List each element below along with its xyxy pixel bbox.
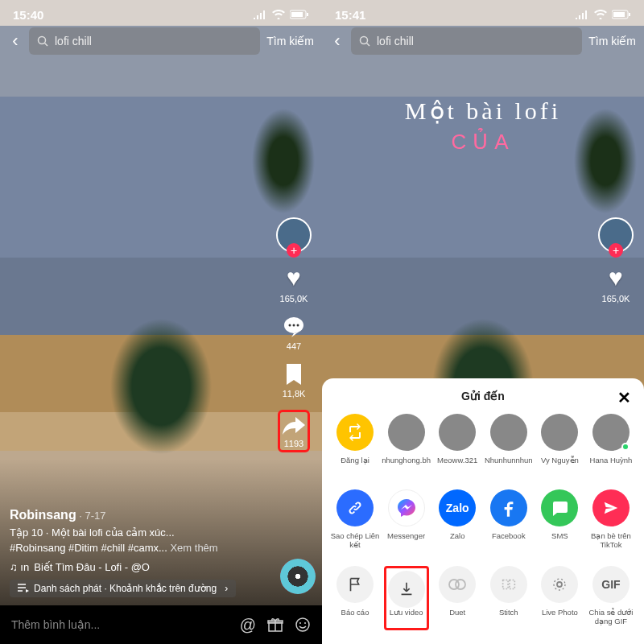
- like-button[interactable]: ♥ 165,0K: [280, 264, 308, 303]
- comment-icon: [282, 315, 306, 339]
- search-button[interactable]: Tìm kiếm: [266, 35, 314, 47]
- svg-point-6: [289, 324, 291, 327]
- share-contact-0[interactable]: Đăng lại: [330, 414, 380, 473]
- share-app-sms[interactable]: SMS: [535, 489, 584, 550]
- share-app-msgr[interactable]: Messenger: [382, 489, 431, 550]
- svg-point-14: [304, 622, 306, 624]
- share-app-zalo[interactable]: ZaloZalo: [432, 489, 482, 550]
- overlay-line2: CỦA: [322, 130, 644, 155]
- svg-rect-17: [629, 13, 630, 16]
- back-icon[interactable]: ‹: [8, 31, 23, 52]
- app-label: Messenger: [387, 531, 425, 549]
- share-contact-4[interactable]: Vy Nguyễn: [535, 414, 584, 473]
- share-contacts-row: Đăng lạinhunghong.bhMeoww.321Nhunhunnhun…: [327, 402, 639, 478]
- share-action-live[interactable]: Live Photo: [535, 566, 584, 630]
- svg-rect-1: [291, 12, 303, 17]
- share-contact-5[interactable]: Hana Huỳnh: [586, 414, 636, 473]
- see-more-link[interactable]: Xem thêm: [170, 542, 217, 554]
- search-text: lofi chill: [377, 35, 414, 47]
- video-caption: Robinsang · 7-17 Tập 10 · Một bài lofi c…: [10, 506, 258, 576]
- follow-plus-icon[interactable]: +: [287, 243, 301, 258]
- avatar-icon: [541, 414, 578, 451]
- contact-label: Meoww.321: [437, 456, 477, 473]
- playlist-text: Danh sách phát · Khoảnh khắc trên đường: [34, 583, 217, 594]
- share-app-fb[interactable]: Facebook: [484, 489, 534, 550]
- status-bar: 15:40: [0, 5, 322, 24]
- share-app-link[interactable]: Sao chép Liên kết: [330, 489, 380, 550]
- share-action-flag[interactable]: Báo cáo: [330, 566, 380, 630]
- video-overlay-text: Một bài lofi CỦA: [322, 97, 644, 155]
- share-contact-1[interactable]: nhunghong.bh: [382, 414, 431, 473]
- gift-icon[interactable]: [267, 617, 283, 633]
- profile-avatar[interactable]: +: [276, 217, 312, 253]
- svg-point-25: [554, 579, 565, 590]
- playlist-bar[interactable]: Danh sách phát · Khoảnh khắc trên đường …: [10, 580, 236, 597]
- signal-icon: [575, 10, 589, 19]
- heart-icon: ♥: [609, 264, 623, 291]
- chevron-right-icon: ›: [225, 583, 228, 594]
- search-bar: ‹ lofi chill Tìm kiếm: [330, 27, 636, 55]
- comment-input[interactable]: Thêm bình luận...: [11, 618, 229, 631]
- action-label: Chia sẻ dưới dạng GIF: [586, 608, 636, 626]
- search-input[interactable]: lofi chill: [351, 27, 582, 55]
- svg-point-18: [361, 37, 368, 44]
- action-sidebar: + ♥ 165,0K: [592, 217, 639, 303]
- avatar-icon: [388, 414, 425, 451]
- follow-plus-icon[interactable]: +: [609, 243, 623, 258]
- comment-input-bar: Thêm bình luận... @: [0, 605, 322, 644]
- share-contact-2[interactable]: Meoww.321: [432, 414, 482, 473]
- svg-line-4: [45, 43, 48, 47]
- action-label: Live Photo: [542, 608, 578, 625]
- action-label: Duet: [449, 608, 465, 625]
- hashtags[interactable]: #Robinsang #Ditim #chill #camx...: [10, 542, 167, 554]
- share-apps-row: Sao chép Liên kếtMessengerZaloZaloFacebo…: [327, 478, 639, 555]
- share-action-stitch[interactable]: Stitch: [484, 566, 534, 630]
- profile-avatar[interactable]: +: [598, 217, 634, 253]
- overlay-line1: Một bài lofi: [322, 97, 644, 125]
- like-button[interactable]: ♥ 165,0K: [602, 264, 630, 303]
- sheet-title: Gửi đến ✕: [327, 390, 639, 402]
- wifi-icon: [594, 10, 607, 19]
- avatar-icon: [490, 414, 527, 451]
- comment-button[interactable]: 447: [282, 315, 306, 351]
- svg-point-7: [293, 324, 295, 327]
- bookmark-icon: [283, 362, 304, 386]
- post-date: 7-17: [85, 510, 106, 522]
- clock: 15:41: [335, 8, 365, 22]
- back-icon[interactable]: ‹: [330, 31, 345, 52]
- comment-count: 447: [287, 341, 301, 351]
- share-app-send[interactable]: Bạn bè trên TikTok: [586, 489, 636, 550]
- save-video-action-highlighted[interactable]: Lưu video: [382, 566, 431, 630]
- share-button-highlighted[interactable]: 1193: [278, 410, 310, 452]
- svg-point-21: [456, 580, 465, 589]
- battery-icon: [612, 10, 631, 19]
- bookmark-count: 11,8K: [283, 389, 306, 398]
- search-input[interactable]: lofi chill: [29, 27, 260, 55]
- share-icon: [281, 414, 307, 436]
- wifi-icon: [272, 10, 285, 19]
- like-count: 165,0K: [602, 294, 630, 303]
- like-count: 165,0K: [280, 294, 308, 303]
- music-disc[interactable]: [280, 559, 316, 594]
- app-label: Zalo: [450, 531, 464, 549]
- mention-icon[interactable]: @: [240, 616, 256, 634]
- svg-point-3: [39, 37, 46, 44]
- contact-label: Đăng lại: [341, 456, 369, 473]
- search-text: lofi chill: [55, 35, 92, 47]
- username[interactable]: Robinsang: [10, 508, 76, 522]
- app-label: Bạn bè trên TikTok: [586, 531, 636, 550]
- playlist-icon: [18, 584, 29, 593]
- share-sheet: Gửi đến ✕ Đăng lạinhunghong.bhMeoww.321N…: [322, 378, 644, 644]
- signal-icon: [253, 10, 267, 19]
- contact-label: Vy Nguyễn: [541, 456, 579, 473]
- share-action-duet[interactable]: Duet: [432, 566, 482, 630]
- share-action-gif[interactable]: GIFChia sẻ dưới dạng GIF: [586, 566, 636, 630]
- music-note-icon: ♫ ın: [10, 559, 29, 576]
- search-button[interactable]: Tìm kiếm: [588, 35, 636, 47]
- search-icon: [359, 35, 370, 47]
- music-info[interactable]: ♫ ın Biết Tìm Đâu - Lofi - @O: [10, 559, 258, 576]
- close-icon[interactable]: ✕: [617, 388, 631, 407]
- share-contact-3[interactable]: Nhunhunnhun: [484, 414, 534, 473]
- emoji-icon[interactable]: [295, 617, 311, 633]
- bookmark-button[interactable]: 11,8K: [283, 362, 306, 398]
